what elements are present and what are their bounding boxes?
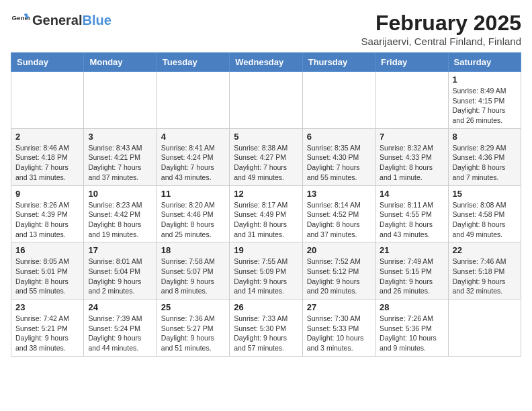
subtitle: Saarijaervi, Central Finland, Finland — [361, 36, 521, 47]
calendar-cell: 6Sunrise: 8:35 AM Sunset: 4:30 PM Daylig… — [302, 128, 375, 185]
calendar-cell: 1Sunrise: 8:49 AM Sunset: 4:15 PM Daylig… — [448, 72, 521, 129]
header-sunday: Sunday — [11, 53, 84, 72]
calendar-week-2: 2Sunrise: 8:46 AM Sunset: 4:18 PM Daylig… — [11, 128, 521, 185]
logo-blue: Blue — [82, 13, 111, 28]
logo-general: General — [32, 13, 82, 28]
day-number: 17 — [88, 245, 152, 255]
day-info: Sunrise: 7:49 AM Sunset: 5:15 PM Dayligh… — [380, 257, 443, 296]
day-number: 3 — [88, 132, 152, 142]
day-info: Sunrise: 8:29 AM Sunset: 4:36 PM Dayligh… — [453, 143, 517, 183]
day-info: Sunrise: 8:14 AM Sunset: 4:52 PM Dayligh… — [307, 200, 371, 240]
day-info: Sunrise: 8:43 AM Sunset: 4:21 PM Dayligh… — [88, 143, 152, 183]
calendar-cell — [302, 72, 375, 129]
day-number: 5 — [234, 132, 298, 142]
calendar-cell: 10Sunrise: 8:23 AM Sunset: 4:42 PM Dayli… — [84, 185, 157, 242]
day-info: Sunrise: 8:26 AM Sunset: 4:39 PM Dayligh… — [15, 200, 79, 240]
calendar-cell: 22Sunrise: 7:46 AM Sunset: 5:18 PM Dayli… — [448, 242, 521, 300]
header: General GeneralBlue February 2025 Saarij… — [11, 11, 521, 47]
calendar: Sunday Monday Tuesday Wednesday Thursday… — [11, 52, 521, 357]
day-info: Sunrise: 7:42 AM Sunset: 5:21 PM Dayligh… — [15, 314, 79, 353]
calendar-cell: 17Sunrise: 8:01 AM Sunset: 5:04 PM Dayli… — [84, 242, 157, 300]
day-info: Sunrise: 7:30 AM Sunset: 5:33 PM Dayligh… — [307, 314, 371, 353]
day-number: 21 — [380, 245, 443, 255]
calendar-cell: 15Sunrise: 8:08 AM Sunset: 4:58 PM Dayli… — [448, 185, 521, 242]
calendar-cell: 7Sunrise: 8:32 AM Sunset: 4:33 PM Daylig… — [375, 128, 448, 185]
calendar-cell: 11Sunrise: 8:20 AM Sunset: 4:46 PM Dayli… — [157, 185, 229, 242]
day-number: 18 — [161, 245, 225, 255]
day-info: Sunrise: 8:20 AM Sunset: 4:46 PM Dayligh… — [161, 200, 225, 240]
day-info: Sunrise: 7:39 AM Sunset: 5:24 PM Dayligh… — [88, 314, 152, 353]
day-info: Sunrise: 8:49 AM Sunset: 4:15 PM Dayligh… — [453, 86, 517, 126]
calendar-cell — [230, 72, 302, 129]
header-thursday: Thursday — [302, 53, 375, 72]
calendar-cell — [448, 300, 521, 357]
day-number: 6 — [307, 132, 371, 142]
day-number: 19 — [234, 245, 298, 255]
day-number: 26 — [234, 302, 298, 312]
calendar-cell: 8Sunrise: 8:29 AM Sunset: 4:36 PM Daylig… — [448, 128, 521, 185]
calendar-cell: 20Sunrise: 7:52 AM Sunset: 5:12 PM Dayli… — [302, 242, 375, 300]
logo: General GeneralBlue — [11, 11, 112, 30]
header-monday: Monday — [84, 53, 157, 72]
calendar-cell: 25Sunrise: 7:36 AM Sunset: 5:27 PM Dayli… — [157, 300, 229, 357]
day-info: Sunrise: 8:17 AM Sunset: 4:49 PM Dayligh… — [234, 200, 298, 240]
calendar-cell — [84, 72, 157, 129]
calendar-cell: 4Sunrise: 8:41 AM Sunset: 4:24 PM Daylig… — [157, 128, 229, 185]
day-info: Sunrise: 7:55 AM Sunset: 5:09 PM Dayligh… — [234, 257, 298, 296]
day-number: 20 — [307, 245, 371, 255]
day-info: Sunrise: 7:36 AM Sunset: 5:27 PM Dayligh… — [161, 314, 225, 353]
day-number: 1 — [453, 75, 517, 85]
calendar-cell: 19Sunrise: 7:55 AM Sunset: 5:09 PM Dayli… — [230, 242, 302, 300]
calendar-cell: 5Sunrise: 8:38 AM Sunset: 4:27 PM Daylig… — [230, 128, 302, 185]
calendar-cell: 18Sunrise: 7:58 AM Sunset: 5:07 PM Dayli… — [157, 242, 229, 300]
calendar-cell: 21Sunrise: 7:49 AM Sunset: 5:15 PM Dayli… — [375, 242, 448, 300]
day-number: 10 — [88, 189, 152, 199]
calendar-cell — [11, 72, 84, 129]
calendar-cell: 14Sunrise: 8:11 AM Sunset: 4:55 PM Dayli… — [375, 185, 448, 242]
day-info: Sunrise: 7:33 AM Sunset: 5:30 PM Dayligh… — [234, 314, 298, 353]
day-info: Sunrise: 8:41 AM Sunset: 4:24 PM Dayligh… — [161, 143, 225, 183]
title-area: February 2025 Saarijaervi, Central Finla… — [361, 11, 521, 47]
day-info: Sunrise: 8:01 AM Sunset: 5:04 PM Dayligh… — [88, 257, 152, 296]
day-number: 14 — [380, 189, 443, 199]
header-saturday: Saturday — [448, 53, 521, 72]
day-number: 25 — [161, 302, 225, 312]
day-number: 27 — [307, 302, 371, 312]
day-info: Sunrise: 7:26 AM Sunset: 5:36 PM Dayligh… — [380, 314, 443, 353]
day-number: 11 — [161, 189, 225, 199]
calendar-header-row: Sunday Monday Tuesday Wednesday Thursday… — [11, 53, 521, 72]
calendar-week-5: 23Sunrise: 7:42 AM Sunset: 5:21 PM Dayli… — [11, 300, 521, 357]
day-info: Sunrise: 8:38 AM Sunset: 4:27 PM Dayligh… — [234, 143, 298, 183]
day-number: 8 — [453, 132, 517, 142]
day-info: Sunrise: 8:05 AM Sunset: 5:01 PM Dayligh… — [15, 257, 79, 296]
calendar-cell: 2Sunrise: 8:46 AM Sunset: 4:18 PM Daylig… — [11, 128, 84, 185]
calendar-cell: 13Sunrise: 8:14 AM Sunset: 4:52 PM Dayli… — [302, 185, 375, 242]
calendar-cell: 23Sunrise: 7:42 AM Sunset: 5:21 PM Dayli… — [11, 300, 84, 357]
day-info: Sunrise: 8:08 AM Sunset: 4:58 PM Dayligh… — [453, 200, 517, 240]
day-info: Sunrise: 7:46 AM Sunset: 5:18 PM Dayligh… — [453, 257, 517, 296]
day-info: Sunrise: 7:58 AM Sunset: 5:07 PM Dayligh… — [161, 257, 225, 296]
calendar-week-4: 16Sunrise: 8:05 AM Sunset: 5:01 PM Dayli… — [11, 242, 521, 300]
day-number: 22 — [453, 245, 517, 255]
day-info: Sunrise: 7:52 AM Sunset: 5:12 PM Dayligh… — [307, 257, 371, 296]
day-number: 4 — [161, 132, 225, 142]
calendar-week-3: 9Sunrise: 8:26 AM Sunset: 4:39 PM Daylig… — [11, 185, 521, 242]
day-info: Sunrise: 8:35 AM Sunset: 4:30 PM Dayligh… — [307, 143, 371, 183]
calendar-cell: 16Sunrise: 8:05 AM Sunset: 5:01 PM Dayli… — [11, 242, 84, 300]
calendar-cell: 28Sunrise: 7:26 AM Sunset: 5:36 PM Dayli… — [375, 300, 448, 357]
day-number: 12 — [234, 189, 298, 199]
calendar-cell: 26Sunrise: 7:33 AM Sunset: 5:30 PM Dayli… — [230, 300, 302, 357]
day-info: Sunrise: 8:32 AM Sunset: 4:33 PM Dayligh… — [380, 143, 443, 183]
day-number: 13 — [307, 189, 371, 199]
day-number: 28 — [380, 302, 443, 312]
day-number: 15 — [453, 189, 517, 199]
logo-text: GeneralBlue — [32, 13, 112, 28]
day-number: 16 — [15, 245, 79, 255]
day-number: 23 — [15, 302, 79, 312]
day-number: 9 — [15, 189, 79, 199]
day-info: Sunrise: 8:11 AM Sunset: 4:55 PM Dayligh… — [380, 200, 443, 240]
calendar-cell — [375, 72, 448, 129]
day-number: 2 — [15, 132, 79, 142]
header-tuesday: Tuesday — [157, 53, 229, 72]
calendar-cell — [157, 72, 229, 129]
